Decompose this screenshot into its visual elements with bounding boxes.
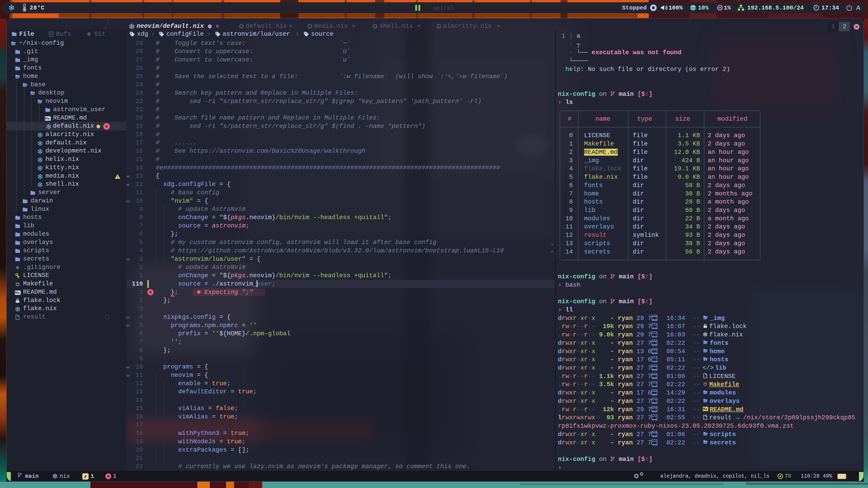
svg-text:64: 64 bbox=[692, 7, 694, 9]
